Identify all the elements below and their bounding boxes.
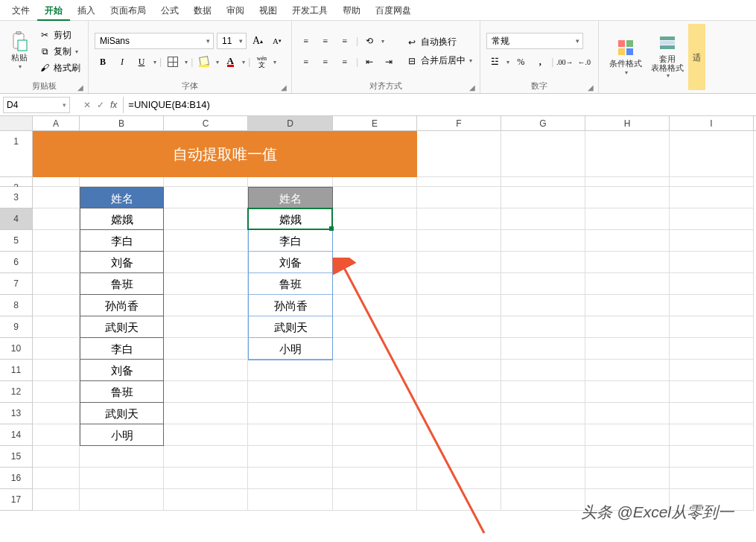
row-header-16[interactable]: 16: [0, 468, 33, 489]
cell[interactable]: [333, 230, 417, 252]
table-row[interactable]: 鲁班: [80, 381, 164, 403]
font-size-select[interactable]: 11: [217, 33, 247, 49]
cell[interactable]: [501, 446, 585, 468]
row-header-12[interactable]: 12: [0, 381, 33, 403]
cancel-formula-button[interactable]: ✕: [83, 100, 91, 110]
number-format-select[interactable]: 常规: [486, 33, 583, 49]
table-row[interactable]: 刘备: [80, 252, 164, 273]
cell[interactable]: [585, 338, 670, 360]
menu-review[interactable]: 审阅: [219, 0, 252, 21]
cell[interactable]: [585, 208, 670, 230]
col-header-E[interactable]: E: [333, 116, 417, 130]
underline-button[interactable]: U: [133, 54, 150, 70]
dialog-launcher-icon[interactable]: ◢: [469, 83, 475, 92]
select-all-corner[interactable]: [0, 116, 33, 130]
cell[interactable]: [501, 381, 585, 403]
cell[interactable]: [33, 381, 80, 403]
cut-button[interactable]: ✂剪切: [37, 28, 82, 42]
cell[interactable]: [248, 403, 333, 424]
cell[interactable]: [585, 316, 670, 338]
name-box[interactable]: D4: [3, 97, 70, 113]
cell[interactable]: [501, 208, 585, 230]
dialog-launcher-icon[interactable]: ◢: [588, 83, 594, 92]
row-header-4[interactable]: 4: [0, 208, 33, 230]
cell[interactable]: [417, 273, 501, 295]
table-row[interactable]: 鲁班: [80, 273, 164, 295]
col-header-D[interactable]: D: [248, 116, 333, 130]
align-left-button[interactable]: ≡: [298, 54, 314, 70]
cell[interactable]: [248, 424, 333, 446]
cell[interactable]: [33, 468, 80, 489]
cell[interactable]: [164, 252, 248, 273]
cell[interactable]: [33, 230, 80, 252]
decrease-indent-button[interactable]: ⇤: [361, 54, 378, 70]
cell[interactable]: [333, 295, 417, 316]
cell[interactable]: [501, 403, 585, 424]
cell[interactable]: [501, 360, 585, 381]
table-row[interactable]: 孙尚香: [248, 295, 333, 316]
decrease-decimal-button[interactable]: ←.0: [576, 54, 592, 70]
cell[interactable]: [333, 316, 417, 338]
cell[interactable]: [80, 468, 164, 489]
cell[interactable]: [417, 424, 501, 446]
row-header-5[interactable]: 5: [0, 230, 33, 252]
decrease-font-button[interactable]: A▾: [269, 33, 285, 49]
cell[interactable]: [164, 338, 248, 360]
cell[interactable]: [417, 208, 501, 230]
paste-button[interactable]: 粘贴 ▾: [6, 24, 33, 79]
menu-file[interactable]: 文件: [4, 0, 37, 21]
row-header-17[interactable]: 17: [0, 489, 33, 511]
cell[interactable]: [585, 252, 670, 273]
table-row[interactable]: 嫦娥: [248, 208, 333, 230]
cell[interactable]: [585, 187, 670, 208]
cell[interactable]: [417, 381, 501, 403]
cell[interactable]: [417, 177, 501, 187]
cell[interactable]: [333, 489, 417, 511]
align-center-button[interactable]: ≡: [317, 54, 334, 70]
cell[interactable]: [585, 381, 670, 403]
cell[interactable]: [670, 177, 754, 187]
cell[interactable]: [670, 446, 754, 468]
menu-home[interactable]: 开始: [37, 0, 70, 21]
cell[interactable]: [164, 208, 248, 230]
cell[interactable]: [585, 295, 670, 316]
cell[interactable]: [417, 131, 501, 177]
cell[interactable]: [333, 208, 417, 230]
col-header-H[interactable]: H: [585, 116, 670, 130]
format-as-table-button[interactable]: 套用 表格格式▾: [647, 24, 688, 90]
cell[interactable]: [670, 208, 754, 230]
italic-button[interactable]: I: [114, 54, 130, 70]
cell[interactable]: [248, 360, 333, 381]
row-header-13[interactable]: 13: [0, 403, 33, 424]
format-painter-button[interactable]: 🖌格式刷: [37, 61, 82, 75]
cell[interactable]: [333, 468, 417, 489]
wrap-text-button[interactable]: ↩自动换行: [404, 35, 474, 49]
cell[interactable]: [33, 177, 80, 187]
table-row[interactable]: 武则天: [80, 403, 164, 424]
row-header-8[interactable]: 8: [0, 295, 33, 316]
col-header-B[interactable]: B: [80, 116, 164, 130]
menu-page-layout[interactable]: 页面布局: [103, 0, 153, 21]
cell[interactable]: [333, 187, 417, 208]
cell[interactable]: [33, 316, 80, 338]
dialog-launcher-icon[interactable]: ◢: [77, 83, 83, 92]
border-button[interactable]: [165, 54, 181, 70]
cell[interactable]: [248, 489, 333, 511]
cell[interactable]: [248, 468, 333, 489]
table-row[interactable]: 小明: [80, 424, 164, 446]
table-row[interactable]: 武则天: [248, 316, 333, 338]
row-header-14[interactable]: 14: [0, 424, 33, 446]
col-header-I[interactable]: I: [670, 116, 754, 130]
cell[interactable]: [670, 252, 754, 273]
cell[interactable]: [33, 360, 80, 381]
font-color-button[interactable]: A: [222, 54, 238, 70]
phonetic-button[interactable]: wén文: [253, 54, 270, 70]
cell[interactable]: [585, 131, 670, 177]
cell[interactable]: [417, 489, 501, 511]
cell[interactable]: [670, 273, 754, 295]
row-header-11[interactable]: 11: [0, 360, 33, 381]
fill-color-button[interactable]: [196, 54, 212, 70]
cell[interactable]: [417, 360, 501, 381]
align-top-button[interactable]: ≡: [298, 33, 314, 49]
cell[interactable]: [670, 424, 754, 446]
